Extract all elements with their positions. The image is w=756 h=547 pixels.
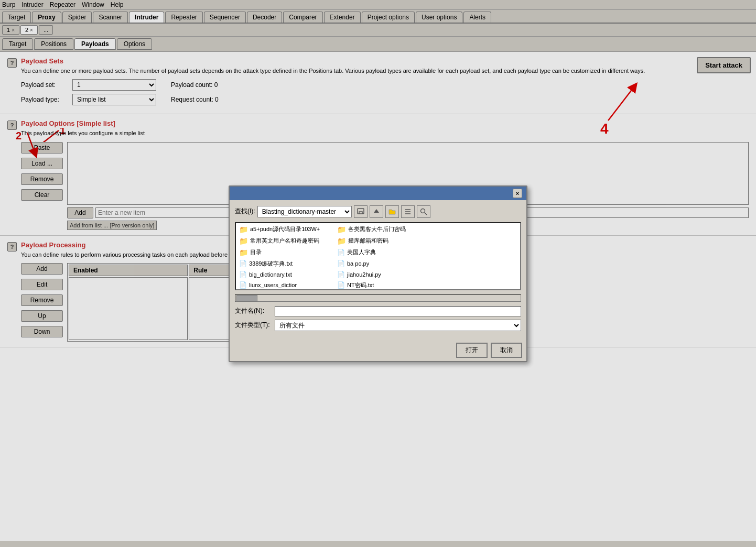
file-item[interactable]: 📁撞库邮箱和密码 xyxy=(335,236,432,246)
file-chooser-dialog: × 查找(I): Blasting_dictionary-master xyxy=(229,185,527,362)
file-item[interactable]: 📁目录 xyxy=(237,247,334,258)
file-icon: 📄 xyxy=(239,271,247,278)
file-icon: 📄 xyxy=(239,260,247,267)
filename-label: 文件名(N): xyxy=(235,307,272,315)
modal-toolbar: 查找(I): Blasting_dictionary-master xyxy=(235,205,521,218)
file-icon: 📄 xyxy=(337,271,345,278)
file-name: 撞库邮箱和密码 xyxy=(348,237,388,245)
file-item[interactable]: 📄jiahou2hui.py xyxy=(335,270,432,279)
find-label: 查找(I): xyxy=(235,207,255,216)
file-icon: 📄 xyxy=(337,249,345,256)
folder-icon: 📁 xyxy=(239,237,248,245)
file-item[interactable]: 📄NT密码.txt xyxy=(335,280,432,290)
folder-icon: 📁 xyxy=(337,225,346,234)
toolbar-search-btn[interactable] xyxy=(417,205,430,218)
file-name: 美国人字典 xyxy=(347,248,376,256)
file-item[interactable]: 📄ba po.py xyxy=(335,259,432,269)
svg-line-9 xyxy=(425,213,427,215)
file-item[interactable]: 📄3389爆破字典.txt xyxy=(237,259,334,269)
file-name: 各类黑客大牛后门密码 xyxy=(348,225,406,233)
file-icon: 📄 xyxy=(239,281,247,289)
file-name: ba po.py xyxy=(347,260,369,267)
filetype-label: 文件类型(T): xyxy=(235,321,272,330)
file-icon: 📄 xyxy=(337,281,345,289)
file-item[interactable]: 📁a5+pudn源代码目录103W+ xyxy=(237,224,334,235)
file-browser[interactable]: 📁a5+pudn源代码目录103W+📁各类黑客大牛后门密码📁常用英文用户名和奇趣… xyxy=(235,222,521,290)
file-name: jiahou2hui.py xyxy=(347,271,381,278)
file-name: liunx_users_dictior xyxy=(249,282,297,288)
filename-row: 文件名(N): xyxy=(235,306,521,316)
folder-icon: 📁 xyxy=(239,248,248,257)
file-icon: 📄 xyxy=(337,260,345,267)
svg-point-8 xyxy=(420,209,425,213)
file-name: 3389爆破字典.txt xyxy=(249,260,293,268)
file-name: big_dictionary.txt xyxy=(249,271,292,278)
modal-titlebar: × xyxy=(230,187,526,200)
modal-scrollbar[interactable] xyxy=(235,294,521,302)
file-name: a5+pudn源代码目录103W+ xyxy=(250,225,320,233)
file-item[interactable]: 📄美国人字典 xyxy=(335,247,432,258)
filetype-row: 文件类型(T): 所有文件 xyxy=(235,320,521,331)
scrollbar-thumb[interactable] xyxy=(236,295,257,301)
filetype-select[interactable]: 所有文件 xyxy=(275,320,521,331)
toolbar-list-btn[interactable] xyxy=(401,205,415,218)
file-name: 常用英文用户名和奇趣密码 xyxy=(250,237,319,245)
modal-body: 查找(I): Blasting_dictionary-master xyxy=(230,200,526,340)
file-chooser-overlay: × 查找(I): Blasting_dictionary-master xyxy=(0,0,756,541)
modal-close-button[interactable]: × xyxy=(513,189,522,198)
file-item[interactable]: 📄big_dictionary.txt xyxy=(237,270,334,279)
file-item[interactable]: 📄liunx_users_dictior xyxy=(237,280,334,290)
file-item[interactable]: 📁常用英文用户名和奇趣密码 xyxy=(237,236,334,246)
file-name: 目录 xyxy=(250,248,262,256)
svg-rect-4 xyxy=(358,209,364,214)
open-button[interactable]: 打开 xyxy=(456,343,488,358)
toolbar-home-btn[interactable] xyxy=(354,205,368,218)
folder-icon: 📁 xyxy=(239,225,248,234)
file-name: NT密码.txt xyxy=(347,281,374,289)
file-item[interactable]: 📁各类黑客大牛后门密码 xyxy=(335,224,432,235)
filename-input[interactable] xyxy=(275,306,521,316)
folder-icon: 📁 xyxy=(337,237,346,245)
folder-select[interactable]: Blasting_dictionary-master xyxy=(257,206,352,217)
cancel-button[interactable]: 取消 xyxy=(491,343,522,358)
modal-footer: 打开 取消 xyxy=(230,340,526,361)
toolbar-up-btn[interactable] xyxy=(370,205,383,218)
toolbar-folder-btn[interactable] xyxy=(385,205,399,218)
